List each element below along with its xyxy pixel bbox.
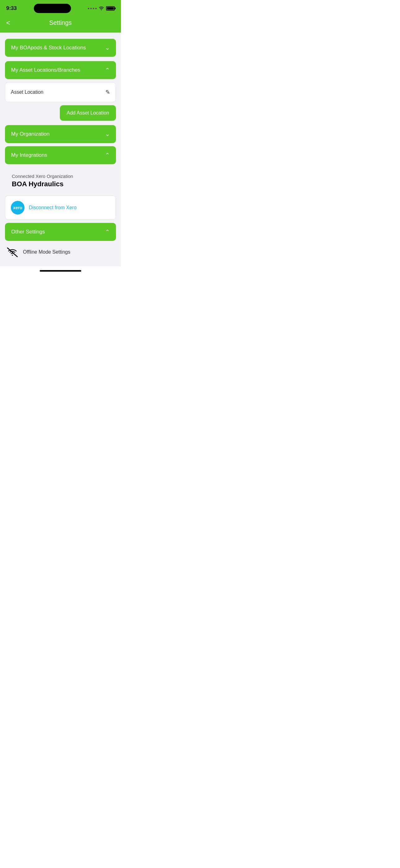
asset-location-item: Asset Location ✎ [5, 82, 116, 102]
integrations-section: My Integrations ⌃ Connected Xero Organiz… [5, 146, 116, 220]
home-indicator-bar [40, 270, 81, 272]
add-asset-location-button[interactable]: Add Asset Location [60, 105, 116, 121]
xero-connected-label: Connected Xero Organization [6, 168, 115, 180]
offline-mode-icon [6, 247, 19, 257]
asset-locations-chevron-up-icon: ⌃ [105, 67, 110, 73]
header: < Settings [0, 16, 121, 33]
other-settings-chevron-up-icon: ⌃ [105, 228, 110, 235]
disconnect-xero-label: Disconnect from Xero [29, 205, 76, 211]
battery-icon [106, 6, 115, 10]
main-content: My BOApods & Stock Locations ⌄ My Asset … [0, 33, 121, 266]
other-settings-section: Other Settings ⌃ Offline Mode Settings [5, 223, 116, 260]
dynamic-island [34, 4, 71, 13]
asset-locations-section-label: My Asset Locations/Branches [11, 67, 80, 73]
status-time: 9:33 [6, 5, 17, 11]
xero-org-name: BOA Hydraulics [6, 180, 115, 192]
back-button[interactable]: < [6, 19, 10, 27]
home-indicator-area [0, 266, 121, 274]
xero-info: Connected Xero Organization BOA Hydrauli… [5, 167, 116, 192]
my-organization-section-label: My Organization [11, 131, 49, 137]
boapods-section-header[interactable]: My BOApods & Stock Locations ⌄ [5, 39, 116, 57]
wifi-icon [99, 6, 104, 10]
offline-mode-label: Offline Mode Settings [23, 249, 70, 255]
asset-locations-section: My Asset Locations/Branches ⌃ Asset Loca… [5, 61, 116, 121]
boapods-section-label: My BOApods & Stock Locations [11, 45, 86, 51]
offline-mode-row[interactable]: Offline Mode Settings [5, 244, 116, 260]
status-icons [88, 6, 115, 10]
my-integrations-section-label: My Integrations [11, 152, 47, 158]
my-integrations-chevron-up-icon: ⌃ [105, 152, 110, 159]
other-settings-section-header[interactable]: Other Settings ⌃ [5, 223, 116, 241]
disconnect-xero-button[interactable]: xero Disconnect from Xero [5, 195, 116, 220]
status-bar: 9:33 [0, 0, 121, 16]
my-integrations-section-header[interactable]: My Integrations ⌃ [5, 146, 116, 164]
page-title: Settings [49, 19, 72, 26]
other-settings-section-label: Other Settings [11, 229, 45, 235]
my-organization-section-header[interactable]: My Organization ⌄ [5, 125, 116, 143]
boapods-chevron-down-icon: ⌄ [105, 44, 110, 51]
asset-locations-section-header[interactable]: My Asset Locations/Branches ⌃ [5, 61, 116, 79]
xero-logo-text: xero [13, 205, 22, 210]
edit-icon[interactable]: ✎ [105, 89, 110, 96]
asset-location-name: Asset Location [11, 89, 43, 95]
my-organization-chevron-down-icon: ⌄ [105, 131, 110, 137]
xero-logo: xero [11, 201, 25, 215]
signal-icon [88, 8, 97, 9]
